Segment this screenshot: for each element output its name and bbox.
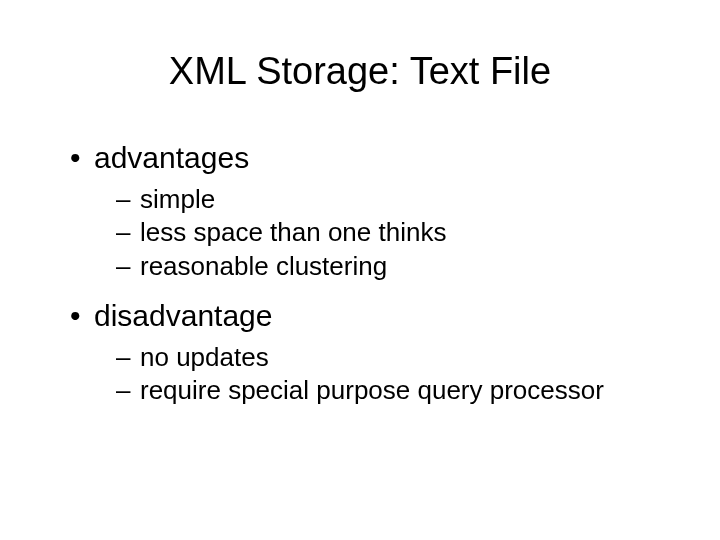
- bullet-item: require special purpose query processor: [70, 374, 650, 407]
- bullet-heading: disadvantage: [70, 299, 650, 333]
- section-disadvantage: disadvantage no updates require special …: [70, 299, 650, 408]
- bullet-item: less space than one thinks: [70, 216, 650, 249]
- bullet-item: reasonable clustering: [70, 250, 650, 283]
- bullet-item: no updates: [70, 341, 650, 374]
- slide-title: XML Storage: Text File: [70, 50, 650, 93]
- section-advantages: advantages simple less space than one th…: [70, 141, 650, 283]
- bullet-item: simple: [70, 183, 650, 216]
- bullet-heading: advantages: [70, 141, 650, 175]
